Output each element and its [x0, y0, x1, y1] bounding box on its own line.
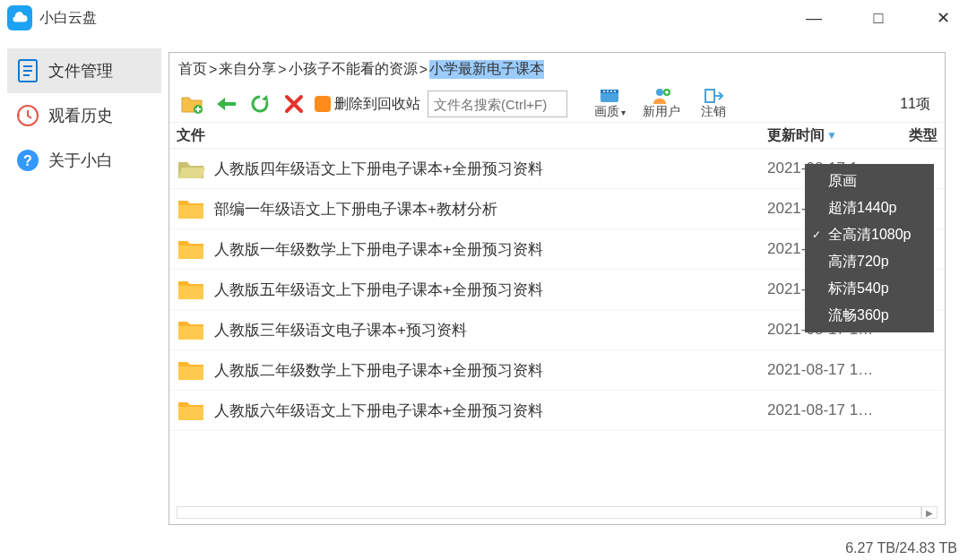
breadcrumb-current[interactable]: 小学最新电子课本 [429, 60, 544, 79]
storage-used: 6.27 TB [845, 540, 895, 556]
breadcrumb-share[interactable]: 来自分享 [219, 60, 276, 79]
breadcrumb-sep: > [419, 62, 428, 78]
quality-dropdown: 原画 超清1440p 全高清1080p 高清720p 标清540p 流畅360p [805, 164, 934, 332]
dropdown-caret-icon: ▾ [621, 108, 626, 117]
column-type[interactable]: 类型 [902, 126, 938, 145]
quality-option-1440p[interactable]: 超清1440p [805, 194, 934, 221]
maximize-button[interactable]: □ [860, 9, 896, 27]
scroll-right-arrow[interactable]: ▶ [921, 506, 938, 519]
quality-option-360p[interactable]: 流畅360p [805, 302, 934, 329]
sidebar-item-about[interactable]: ? 关于小白 [7, 138, 161, 183]
folder-icon [177, 197, 205, 220]
svg-rect-22 [178, 407, 203, 420]
svg-text:?: ? [23, 153, 32, 168]
back-button[interactable] [212, 90, 239, 117]
sidebar-item-history[interactable]: 观看历史 [7, 93, 161, 138]
logout-icon [704, 88, 723, 104]
svg-point-14 [656, 89, 663, 96]
new-folder-button[interactable] [178, 90, 205, 117]
quality-option-original[interactable]: 原画 [805, 168, 934, 194]
delete-label: 删除到回收站 [334, 95, 420, 114]
table-header: 文件 更新时间 ▼ 类型 [169, 122, 945, 149]
folder-icon [177, 318, 205, 341]
svg-rect-21 [178, 366, 203, 380]
sort-asc-icon: ▼ [826, 129, 837, 142]
delete-to-trash-button[interactable]: 删除到回收站 [315, 95, 420, 114]
horizontal-scrollbar[interactable] [177, 506, 921, 519]
refresh-button[interactable] [246, 90, 273, 117]
sidebar-item-files[interactable]: 文件管理 [7, 48, 161, 93]
toolbar: 删除到回收站 画质▾ 新用户 [169, 86, 945, 122]
table-row[interactable]: 人教版二年级数学上下册电子课本+全册预习资料 2021-08-17 1… [169, 350, 945, 391]
sidebar-item-label: 关于小白 [48, 150, 113, 171]
svg-point-11 [607, 90, 609, 92]
film-icon [600, 88, 619, 104]
file-name: 人教版三年级语文电子课本+预习资料 [214, 320, 767, 340]
user-plus-icon [652, 88, 671, 104]
svg-rect-17 [178, 205, 203, 219]
folder-open-icon [177, 157, 205, 180]
sidebar-item-label: 观看历史 [48, 105, 113, 126]
breadcrumb-sep: > [209, 62, 217, 78]
quality-option-1080p[interactable]: 全高清1080p [805, 221, 934, 248]
sidebar-item-label: 文件管理 [48, 60, 113, 82]
breadcrumb-folder1[interactable]: 小孩子不能看的资源 [289, 60, 418, 79]
column-date[interactable]: 更新时间 ▼ [767, 126, 902, 145]
minimize-button[interactable]: — [796, 9, 832, 27]
item-count: 11项 [900, 95, 936, 114]
svg-point-12 [610, 90, 612, 92]
svg-rect-19 [178, 286, 203, 299]
svg-rect-16 [705, 90, 714, 102]
breadcrumbs: 首页> 来自分享> 小孩子不能看的资源> 小学最新电子课本 [169, 53, 945, 86]
svg-rect-18 [178, 246, 203, 259]
logout-button[interactable]: 注销 [691, 88, 736, 120]
svg-point-13 [614, 90, 616, 92]
breadcrumb-home[interactable]: 首页 [178, 60, 207, 79]
trash-square-icon [315, 96, 331, 112]
status-bar: 6.27 TB / 24.83 TB [845, 537, 957, 560]
sidebar: 文件管理 观看历史 ? 关于小白 [0, 36, 169, 537]
file-name: 人教版四年级语文上下册电子课本+全册预习资料 [214, 159, 767, 179]
folder-icon [177, 399, 205, 422]
search-input[interactable] [428, 90, 567, 117]
file-name: 部编一年级语文上下册电子课本+教材分析 [214, 199, 767, 220]
delete-x-button[interactable] [281, 90, 307, 117]
svg-rect-20 [178, 326, 203, 340]
history-icon [16, 104, 39, 127]
close-button[interactable]: ✕ [925, 9, 961, 27]
window-controls: — □ ✕ [796, 9, 961, 27]
help-icon: ? [16, 149, 39, 172]
app-icon [7, 5, 32, 30]
folder-icon [177, 237, 205, 261]
file-date: 2021-08-17 1… [767, 401, 902, 419]
storage-total: 24.83 TB [899, 540, 957, 556]
quality-label: 画质 [594, 104, 619, 120]
titlebar: 小白云盘 — □ ✕ [0, 0, 968, 36]
quality-option-540p[interactable]: 标清540p [805, 275, 934, 302]
file-name: 人教版一年级数学上下册电子课本+全册预习资料 [214, 239, 767, 260]
svg-point-10 [603, 90, 605, 92]
quality-button[interactable]: 画质▾ [587, 88, 632, 120]
column-date-label: 更新时间 [767, 126, 825, 145]
new-user-button[interactable]: 新用户 [639, 88, 684, 120]
column-file[interactable]: 文件 [177, 126, 767, 145]
file-name: 人教版六年级语文上下册电子课本+全册预习资料 [214, 401, 767, 421]
new-user-label: 新用户 [643, 104, 680, 120]
app-title: 小白云盘 [39, 9, 97, 28]
table-row[interactable]: 人教版六年级语文上下册电子课本+全册预习资料 2021-08-17 1… [169, 391, 945, 431]
file-date: 2021-08-17 1… [767, 361, 902, 379]
quality-option-720p[interactable]: 高清720p [805, 248, 934, 275]
folder-icon [177, 278, 205, 301]
file-name: 人教版五年级语文上下册电子课本+全册预习资料 [214, 280, 767, 300]
folder-icon [177, 358, 205, 382]
file-name: 人教版二年级数学上下册电子课本+全册预习资料 [214, 360, 767, 381]
logout-label: 注销 [701, 104, 726, 120]
breadcrumb-sep: > [278, 62, 286, 78]
document-icon [16, 59, 39, 82]
